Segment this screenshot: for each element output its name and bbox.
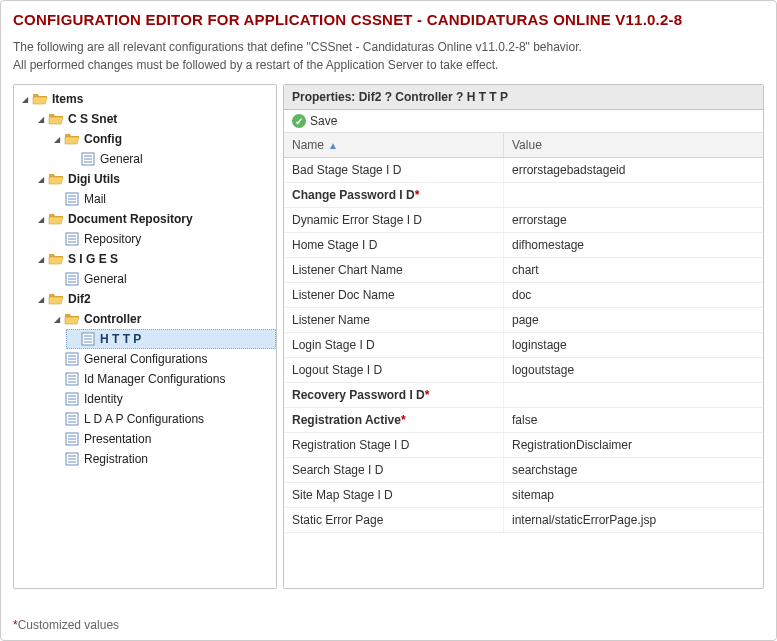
tree-node-presentation[interactable]: Presentation <box>50 429 276 449</box>
table-row[interactable]: Bad Stage Stage I Derrorstagebadstageid <box>284 158 763 183</box>
property-name-cell: Login Stage I D <box>284 333 504 357</box>
table-row[interactable]: Login Stage I Dloginstage <box>284 333 763 358</box>
folder-open-icon <box>48 171 64 187</box>
tree-node-siges[interactable]: ◢ S I G E S <box>34 249 276 269</box>
config-editor-window: CONFIGURATION EDITOR FOR APPLICATION CSS… <box>0 0 777 641</box>
property-value-cell[interactable]: errorstagebadstageid <box>504 158 763 182</box>
property-value-cell[interactable]: sitemap <box>504 483 763 507</box>
table-row[interactable]: Registration Active*false <box>284 408 763 433</box>
chevron-down-icon[interactable]: ◢ <box>20 94 30 104</box>
tree-node-http[interactable]: H T T P <box>66 329 276 349</box>
tree-node-dif2[interactable]: ◢ Dif2 <box>34 289 276 309</box>
table-row[interactable]: Change Password I D* <box>284 183 763 208</box>
config-leaf-icon <box>64 191 80 207</box>
chevron-down-icon[interactable]: ◢ <box>52 134 62 144</box>
table-row[interactable]: Registration Stage I DRegistrationDiscla… <box>284 433 763 458</box>
chevron-down-icon[interactable]: ◢ <box>36 114 46 124</box>
subtitle-line-1: The following are all relevant configura… <box>13 40 582 54</box>
folder-open-icon <box>64 311 80 327</box>
config-leaf-icon <box>64 371 80 387</box>
tree-node-general-siges[interactable]: General <box>50 269 276 289</box>
tree-label-dif2: Dif2 <box>68 292 91 306</box>
property-name-cell: Static Error Page <box>284 508 504 532</box>
sort-asc-icon: ▲ <box>328 140 338 151</box>
column-header-name-label: Name <box>292 138 324 152</box>
table-row[interactable]: Dynamic Error Stage I Derrorstage <box>284 208 763 233</box>
property-name-cell: Listener Doc Name <box>284 283 504 307</box>
table-row[interactable]: Site Map Stage I Dsitemap <box>284 483 763 508</box>
tree-node-config[interactable]: ◢ Config <box>50 129 276 149</box>
table-row[interactable]: Listener Namepage <box>284 308 763 333</box>
tree-label-general-cssnet: General <box>100 152 143 166</box>
tree-node-mail[interactable]: Mail <box>50 189 276 209</box>
tree-node-items[interactable]: ◢ Items <box>18 89 276 109</box>
properties-rows: Bad Stage Stage I DerrorstagebadstageidC… <box>284 158 763 588</box>
tree-node-general-conf[interactable]: General Configurations <box>50 349 276 369</box>
property-name-cell: Recovery Password I D* <box>284 383 504 407</box>
tree-node-ldap[interactable]: L D A P Configurations <box>50 409 276 429</box>
property-value-cell[interactable] <box>504 190 763 200</box>
property-value-cell[interactable]: internal/staticErrorPage.jsp <box>504 508 763 532</box>
properties-table-header: Name ▲ Value <box>284 133 763 158</box>
column-header-name[interactable]: Name ▲ <box>284 133 504 157</box>
tree-node-repository[interactable]: Repository <box>50 229 276 249</box>
property-name-cell: Site Map Stage I D <box>284 483 504 507</box>
chevron-down-icon[interactable]: ◢ <box>36 254 46 264</box>
subtitle-line-2: All performed changes must be followed b… <box>13 58 498 72</box>
tree-label-cssnet: C S Snet <box>68 112 117 126</box>
chevron-down-icon[interactable]: ◢ <box>36 294 46 304</box>
footnote-text: Customized values <box>18 618 119 632</box>
config-leaf-icon <box>64 391 80 407</box>
tree-label-idmgr: Id Manager Configurations <box>84 372 225 386</box>
properties-panel: Properties: Dif2 ? Controller ? H T T P … <box>283 84 764 589</box>
tree-label-mail: Mail <box>84 192 106 206</box>
tree-label-general-siges: General <box>84 272 127 286</box>
tree-node-digiutils[interactable]: ◢ Digi Utils <box>34 169 276 189</box>
tree-node-registration[interactable]: Registration <box>50 449 276 469</box>
table-row[interactable]: Recovery Password I D* <box>284 383 763 408</box>
table-row[interactable]: Logout Stage I Dlogoutstage <box>284 358 763 383</box>
chevron-down-icon[interactable]: ◢ <box>36 174 46 184</box>
table-row[interactable]: Listener Doc Namedoc <box>284 283 763 308</box>
property-name-cell: Registration Active* <box>284 408 504 432</box>
asterisk-icon: * <box>425 388 430 402</box>
tree-label-registration: Registration <box>84 452 148 466</box>
tree-node-general-cssnet[interactable]: General <box>66 149 276 169</box>
tree-node-identity[interactable]: Identity <box>50 389 276 409</box>
property-value-cell[interactable]: errorstage <box>504 208 763 232</box>
property-name-cell: Listener Name <box>284 308 504 332</box>
tree-label-controller: Controller <box>84 312 141 326</box>
table-row[interactable]: Static Error Pageinternal/staticErrorPag… <box>284 508 763 533</box>
folder-open-icon <box>32 91 48 107</box>
tree-label-http: H T T P <box>100 332 141 346</box>
property-value-cell[interactable] <box>504 390 763 400</box>
property-value-cell[interactable]: chart <box>504 258 763 282</box>
property-value-cell[interactable]: loginstage <box>504 333 763 357</box>
property-value-cell[interactable]: searchstage <box>504 458 763 482</box>
property-name-cell: Registration Stage I D <box>284 433 504 457</box>
chevron-down-icon[interactable]: ◢ <box>52 314 62 324</box>
property-name-cell: Home Stage I D <box>284 233 504 257</box>
property-value-cell[interactable]: RegistrationDisclaimer <box>504 433 763 457</box>
table-row[interactable]: Listener Chart Namechart <box>284 258 763 283</box>
tree-label-repository: Repository <box>84 232 141 246</box>
tree-node-idmgr[interactable]: Id Manager Configurations <box>50 369 276 389</box>
tree-label-siges: S I G E S <box>68 252 118 266</box>
property-value-cell[interactable]: logoutstage <box>504 358 763 382</box>
page-title: CONFIGURATION EDITOR FOR APPLICATION CSS… <box>13 11 764 28</box>
chevron-down-icon[interactable]: ◢ <box>36 214 46 224</box>
config-leaf-icon <box>64 411 80 427</box>
property-value-cell[interactable]: doc <box>504 283 763 307</box>
table-row[interactable]: Home Stage I Ddifhomestage <box>284 233 763 258</box>
tree-node-cssnet[interactable]: ◢ C S Snet <box>34 109 276 129</box>
property-value-cell[interactable]: difhomestage <box>504 233 763 257</box>
folder-open-icon <box>48 111 64 127</box>
column-header-value[interactable]: Value <box>504 133 763 157</box>
property-value-cell[interactable]: page <box>504 308 763 332</box>
save-button[interactable]: ✓ Save <box>284 110 763 133</box>
tree-node-controller[interactable]: ◢ Controller <box>50 309 276 329</box>
tree-node-docrepo[interactable]: ◢ Document Repository <box>34 209 276 229</box>
main-panels: ◢ Items ◢ C <box>13 84 764 589</box>
table-row[interactable]: Search Stage I Dsearchstage <box>284 458 763 483</box>
property-value-cell[interactable]: false <box>504 408 763 432</box>
